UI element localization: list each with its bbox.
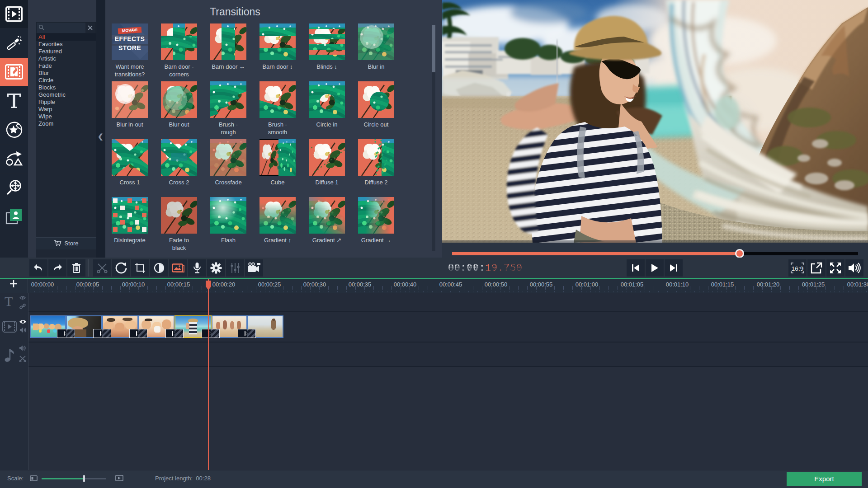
svg-text:16:9: 16:9 <box>792 265 803 272</box>
